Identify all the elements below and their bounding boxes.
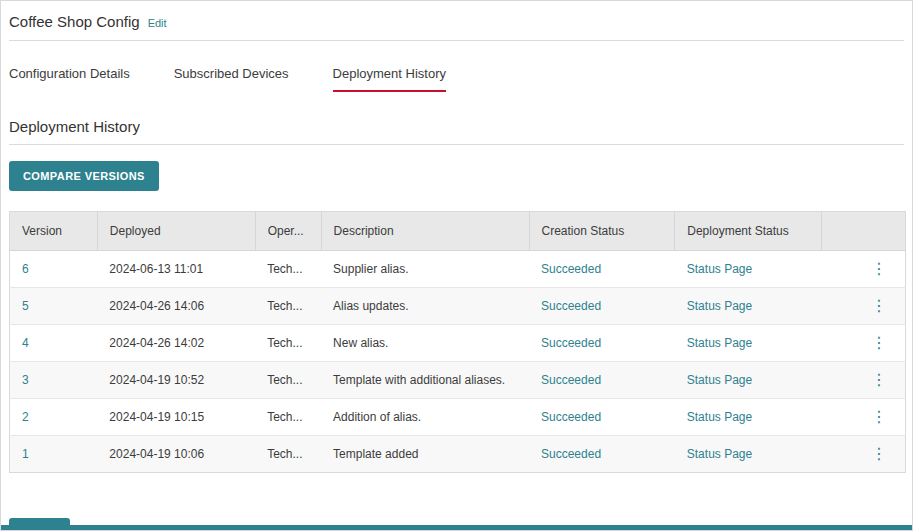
deployed-cell: 2024-06-13 11:01 <box>97 251 255 288</box>
deployed-cell: 2024-04-26 14:02 <box>97 325 255 362</box>
operator-cell: Tech... <box>255 399 321 436</box>
header-creation-status: Creation Status <box>529 212 675 251</box>
status-page-link[interactable]: Status Page <box>687 336 752 350</box>
row-menu-icon[interactable]: ⋮ <box>865 262 893 276</box>
row-menu-icon[interactable]: ⋮ <box>865 447 893 461</box>
status-page-link[interactable]: Status Page <box>687 373 752 387</box>
table-row: 1 2024-04-19 10:06 Tech... Template adde… <box>10 436 906 473</box>
description-cell: Template with additional aliases. <box>321 362 529 399</box>
creation-status: Succeeded <box>541 336 601 350</box>
version-link[interactable]: 5 <box>22 299 29 313</box>
version-link[interactable]: 3 <box>22 373 29 387</box>
description-cell: Template added <box>321 436 529 473</box>
version-link[interactable]: 4 <box>22 336 29 350</box>
table-row: 6 2024-06-13 11:01 Tech... Supplier alia… <box>10 251 906 288</box>
deployed-cell: 2024-04-19 10:06 <box>97 436 255 473</box>
table-body: 6 2024-06-13 11:01 Tech... Supplier alia… <box>10 251 906 473</box>
version-link[interactable]: 6 <box>22 262 29 276</box>
tab-subscribed-devices[interactable]: Subscribed Devices <box>174 66 289 92</box>
operator-cell: Tech... <box>255 436 321 473</box>
description-cell: Supplier alias. <box>321 251 529 288</box>
section-divider <box>9 144 904 145</box>
status-page-link[interactable]: Status Page <box>687 262 752 276</box>
row-menu-icon[interactable]: ⋮ <box>865 410 893 424</box>
creation-status: Succeeded <box>541 262 601 276</box>
bottom-accent-bar <box>1 525 912 530</box>
table-header: Version Deployed Oper... Description Cre… <box>10 212 906 251</box>
page-header: Coffee Shop Config Edit <box>9 13 904 30</box>
tab-configuration-details[interactable]: Configuration Details <box>9 66 130 92</box>
status-page-link[interactable]: Status Page <box>687 410 752 424</box>
operator-cell: Tech... <box>255 325 321 362</box>
table-row: 3 2024-04-19 10:52 Tech... Template with… <box>10 362 906 399</box>
deployed-cell: 2024-04-26 14:06 <box>97 288 255 325</box>
header-actions <box>822 212 906 251</box>
section-heading: Deployment History <box>9 118 904 135</box>
deployed-cell: 2024-04-19 10:52 <box>97 362 255 399</box>
compare-versions-button[interactable]: COMPARE VERSIONS <box>9 161 159 191</box>
creation-status: Succeeded <box>541 410 601 424</box>
status-page-link[interactable]: Status Page <box>687 299 752 313</box>
description-cell: Alias updates. <box>321 288 529 325</box>
deployment-history-table: Version Deployed Oper... Description Cre… <box>9 211 906 473</box>
header-version: Version <box>10 212 98 251</box>
header-operator: Oper... <box>255 212 321 251</box>
edit-link[interactable]: Edit <box>148 17 167 29</box>
header-deployment-status: Deployment Status <box>675 212 822 251</box>
page-title: Coffee Shop Config <box>9 13 140 30</box>
version-link[interactable]: 2 <box>22 410 29 424</box>
page: Coffee Shop Config Edit Configuration De… <box>1 1 912 531</box>
deployed-cell: 2024-04-19 10:15 <box>97 399 255 436</box>
version-link[interactable]: 1 <box>22 447 29 461</box>
operator-cell: Tech... <box>255 288 321 325</box>
header-divider <box>9 40 904 41</box>
row-menu-icon[interactable]: ⋮ <box>865 336 893 350</box>
creation-status: Succeeded <box>541 373 601 387</box>
creation-status: Succeeded <box>541 299 601 313</box>
row-menu-icon[interactable]: ⋮ <box>865 299 893 313</box>
table-row: 4 2024-04-26 14:02 Tech... New alias. Su… <box>10 325 906 362</box>
header-description: Description <box>321 212 529 251</box>
table-header-row: Version Deployed Oper... Description Cre… <box>10 212 906 251</box>
table-row: 5 2024-04-26 14:06 Tech... Alias updates… <box>10 288 906 325</box>
status-page-link[interactable]: Status Page <box>687 447 752 461</box>
description-cell: Addition of alias. <box>321 399 529 436</box>
tab-deployment-history[interactable]: Deployment History <box>333 66 446 92</box>
row-menu-icon[interactable]: ⋮ <box>865 373 893 387</box>
operator-cell: Tech... <box>255 362 321 399</box>
tab-bar: Configuration Details Subscribed Devices… <box>9 66 904 92</box>
table-row: 2 2024-04-19 10:15 Tech... Addition of a… <box>10 399 906 436</box>
header-deployed: Deployed <box>97 212 255 251</box>
description-cell: New alias. <box>321 325 529 362</box>
operator-cell: Tech... <box>255 251 321 288</box>
creation-status: Succeeded <box>541 447 601 461</box>
